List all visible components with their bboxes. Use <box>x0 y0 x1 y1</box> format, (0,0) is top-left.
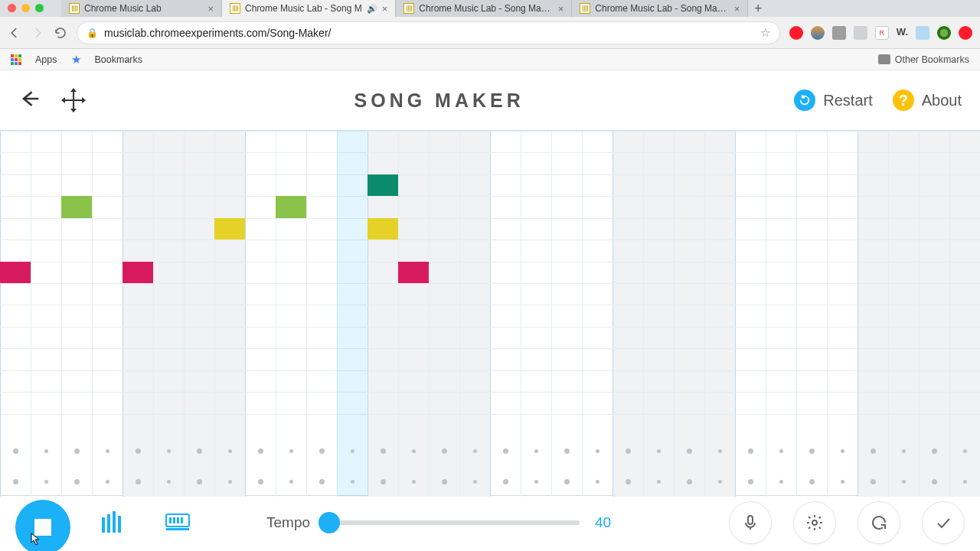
rhythm-cell[interactable] <box>596 480 599 484</box>
rhythm-cell[interactable] <box>657 480 661 484</box>
rhythm-cell[interactable] <box>442 479 447 484</box>
extension-icon[interactable] <box>811 26 825 40</box>
extension-icon[interactable] <box>916 26 929 40</box>
rhythm-cell[interactable] <box>596 449 599 453</box>
rhythm-cell[interactable] <box>136 448 141 454</box>
restart-button[interactable]: Restart <box>794 90 872 111</box>
rhythm-cell[interactable] <box>44 480 48 484</box>
extension-icon[interactable]: R <box>875 26 889 40</box>
note-cell[interactable] <box>398 262 429 283</box>
rhythm-cell[interactable] <box>534 480 538 484</box>
rhythm-cell[interactable] <box>687 448 692 454</box>
rhythm-cell[interactable] <box>809 448 815 454</box>
rhythm-cell[interactable] <box>197 448 202 454</box>
rhythm-cell[interactable] <box>74 448 80 454</box>
settings-button[interactable] <box>793 501 836 544</box>
rhythm-cell[interactable] <box>809 479 815 484</box>
rhythm-cell[interactable] <box>564 479 570 484</box>
rhythm-cell[interactable] <box>381 479 386 484</box>
rhythm-cell[interactable] <box>13 448 18 454</box>
rhythm-cell[interactable] <box>871 448 876 454</box>
window-controls[interactable] <box>8 4 44 12</box>
tempo-control[interactable]: Tempo 40 <box>266 514 611 531</box>
rhythm-cell[interactable] <box>351 480 354 484</box>
play-stop-button[interactable] <box>15 500 70 551</box>
nav-forward-button[interactable] <box>31 26 44 40</box>
rhythm-cell[interactable] <box>228 480 232 484</box>
rhythm-cell[interactable] <box>932 448 937 454</box>
rhythm-cell[interactable] <box>779 449 783 453</box>
profile-avatar[interactable] <box>937 26 951 40</box>
rhythm-grid[interactable] <box>0 435 980 497</box>
rhythm-cell[interactable] <box>412 480 416 484</box>
rhythm-cell[interactable] <box>351 449 354 453</box>
rhythm-cell[interactable] <box>503 479 508 484</box>
rhythm-cell[interactable] <box>718 480 722 484</box>
rhythm-cell[interactable] <box>779 480 783 484</box>
browser-tab[interactable]: Chrome Music Lab× <box>61 0 222 17</box>
rhythm-cell[interactable] <box>442 448 447 454</box>
note-cell[interactable] <box>61 196 92 217</box>
rhythm-cell[interactable] <box>963 449 967 453</box>
minimize-window-icon[interactable] <box>21 4 30 12</box>
about-button[interactable]: ? About <box>893 90 962 111</box>
address-bar[interactable]: 🔒 musiclab.chromeexperiments.com/Song-Ma… <box>77 21 780 44</box>
note-cell[interactable] <box>0 262 31 283</box>
rhythm-cell[interactable] <box>657 449 661 453</box>
rhythm-cell[interactable] <box>197 479 202 484</box>
rhythm-cell[interactable] <box>902 449 906 453</box>
apps-icon[interactable] <box>11 54 21 65</box>
rhythm-cell[interactable] <box>748 479 753 484</box>
rhythm-cell[interactable] <box>871 479 876 484</box>
back-button[interactable] <box>18 88 40 112</box>
extension-icon[interactable] <box>832 26 846 40</box>
rhythm-cell[interactable] <box>289 480 293 484</box>
rhythm-cell[interactable] <box>167 449 171 453</box>
rhythm-cell[interactable] <box>473 449 477 453</box>
song-grid[interactable] <box>0 130 980 496</box>
tab-close-icon[interactable]: × <box>207 3 214 15</box>
note-cell[interactable] <box>214 218 245 240</box>
extension-icon[interactable]: W. <box>897 26 908 40</box>
rhythm-cell[interactable] <box>106 480 109 484</box>
save-button[interactable] <box>922 501 965 544</box>
bookmarks-link[interactable]: Bookmarks <box>95 54 143 65</box>
instrument-rhythm-button[interactable] <box>156 501 199 544</box>
reload-button[interactable] <box>54 26 67 40</box>
rhythm-cell[interactable] <box>473 480 477 484</box>
new-tab-button[interactable]: + <box>748 0 768 17</box>
melody-grid[interactable] <box>0 131 980 435</box>
rhythm-cell[interactable] <box>963 480 967 484</box>
nav-back-button[interactable] <box>8 26 21 40</box>
rhythm-cell[interactable] <box>289 449 293 453</box>
rhythm-cell[interactable] <box>74 479 80 484</box>
rhythm-cell[interactable] <box>564 448 570 454</box>
rhythm-cell[interactable] <box>687 479 692 484</box>
rhythm-cell[interactable] <box>412 449 416 453</box>
rhythm-cell[interactable] <box>136 479 141 484</box>
rhythm-cell[interactable] <box>626 479 631 484</box>
rhythm-cell[interactable] <box>106 449 109 453</box>
tab-close-icon[interactable]: × <box>382 3 388 15</box>
bookmark-star-icon[interactable]: ☆ <box>760 26 770 40</box>
rhythm-cell[interactable] <box>319 479 325 484</box>
undo-button[interactable] <box>858 501 900 544</box>
pan-icon[interactable] <box>63 90 84 111</box>
rhythm-cell[interactable] <box>841 480 844 484</box>
browser-tab[interactable]: Chrome Music Lab - Song Maker× <box>572 0 748 17</box>
extension-icon[interactable] <box>789 26 803 40</box>
rhythm-cell[interactable] <box>748 448 753 454</box>
instrument-melody-button[interactable] <box>92 501 135 544</box>
browser-tab[interactable]: Chrome Music Lab - Song Maker× <box>396 0 572 17</box>
extension-icon[interactable] <box>854 26 867 40</box>
rhythm-cell[interactable] <box>319 448 325 454</box>
rhythm-cell[interactable] <box>626 448 631 454</box>
browser-tab[interactable]: Chrome Music Lab - Song M🔊× <box>222 0 396 17</box>
rhythm-cell[interactable] <box>228 449 232 453</box>
rhythm-cell[interactable] <box>167 480 171 484</box>
rhythm-cell[interactable] <box>381 448 386 454</box>
rhythm-cell[interactable] <box>932 479 937 484</box>
tempo-slider[interactable] <box>319 520 580 525</box>
rhythm-cell[interactable] <box>44 449 48 453</box>
rhythm-cell[interactable] <box>13 479 18 484</box>
